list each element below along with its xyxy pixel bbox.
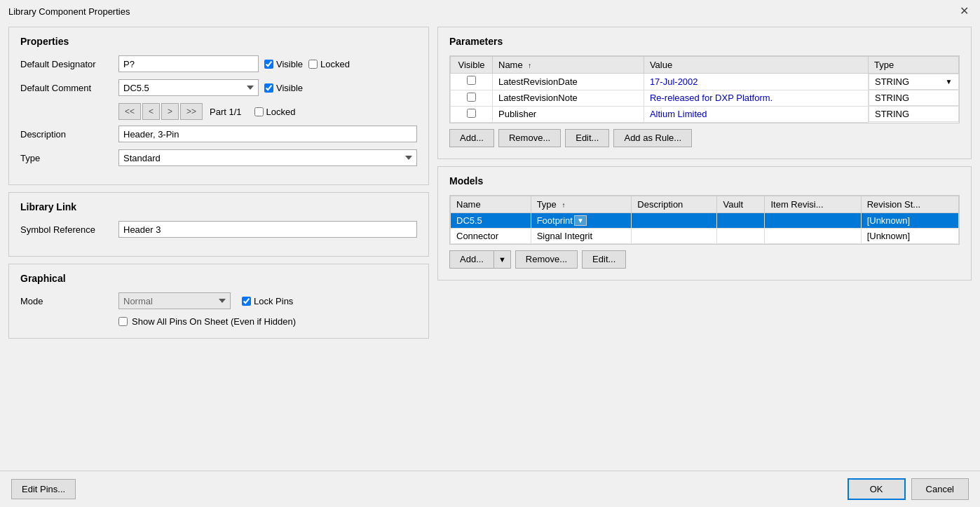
params-visible-cell[interactable]: [451, 106, 493, 122]
models-row[interactable]: ConnectorSignal Integrit[Unknown]: [451, 228, 959, 243]
lock-pins-checkbox-label[interactable]: Lock Pins: [242, 296, 293, 306]
models-add-btn-group: Add... ▼: [449, 250, 511, 269]
designator-visible-checkbox-label[interactable]: Visible: [264, 59, 303, 69]
left-panel: Properties Default Designator Visible Lo…: [8, 27, 429, 465]
part-locked-checkbox[interactable]: [254, 107, 264, 116]
right-panel: Parameters Visible Name ↑: [437, 27, 972, 465]
part-label: Part 1/1: [210, 107, 242, 117]
description-label: Description: [20, 129, 118, 140]
show-all-pins-checkbox[interactable]: [118, 317, 128, 326]
models-edit-button[interactable]: Edit...: [582, 250, 626, 269]
show-all-pins-row: Show All Pins On Sheet (Even if Hidden): [118, 316, 417, 327]
symbol-ref-label: Symbol Reference: [20, 224, 118, 235]
params-remove-button[interactable]: Remove...: [498, 129, 561, 147]
params-name-cell: LatestRevisionNote: [493, 90, 644, 106]
symbol-ref-input[interactable]: [118, 221, 417, 238]
models-type-cell: Signal Integrit: [531, 228, 632, 243]
models-section: Models Name Type ↑ De: [437, 166, 972, 280]
mode-row: Mode Normal Lock Pins: [20, 292, 417, 309]
default-comment-row: Default Comment DC5.5 Visible: [20, 79, 417, 96]
default-designator-label: Default Designator: [20, 59, 118, 69]
models-vault-cell: [717, 228, 765, 243]
models-type-value: Footprint: [537, 215, 573, 226]
cancel-button[interactable]: Cancel: [911, 478, 969, 500]
models-col-name[interactable]: Name: [451, 196, 531, 212]
models-revision-state-cell: [Unknown]: [861, 228, 958, 243]
symbol-ref-row: Symbol Reference: [20, 221, 417, 238]
params-col-type[interactable]: Type: [868, 57, 958, 74]
ok-button[interactable]: OK: [848, 478, 906, 500]
graphical-section: Graphical Mode Normal Lock Pins Show All…: [8, 264, 429, 339]
models-item-revision-cell: [765, 212, 861, 228]
params-type-cell: STRING▼: [869, 74, 959, 90]
nav-next-button[interactable]: >: [161, 103, 179, 120]
models-col-description[interactable]: Description: [632, 196, 717, 212]
bottom-right: OK Cancel: [848, 478, 969, 500]
lock-pins-checkbox[interactable]: [242, 297, 251, 306]
edit-pins-button[interactable]: Edit Pins...: [11, 479, 76, 499]
params-edit-button[interactable]: Edit...: [565, 129, 609, 147]
models-col-type[interactable]: Type ↑: [531, 196, 632, 212]
params-name-sort-icon: ↑: [528, 62, 531, 69]
models-desc-cell: [632, 212, 717, 228]
close-button[interactable]: ✕: [957, 6, 972, 17]
nav-first-button[interactable]: <<: [118, 103, 141, 120]
models-add-button[interactable]: Add...: [449, 250, 494, 269]
models-table-container: Name Type ↑ Description Vault Item Revis…: [449, 195, 960, 245]
designator-locked-checkbox[interactable]: [308, 60, 318, 69]
params-type-dropdown-icon[interactable]: ▼: [946, 78, 953, 86]
params-col-value[interactable]: Value: [644, 57, 868, 74]
nav-last-button[interactable]: >>: [180, 103, 203, 120]
title-bar: Library Component Properties ✕: [0, 0, 980, 21]
params-row: LatestRevisionDate17-Jul-2002STRING▼: [451, 74, 959, 90]
models-col-item-revision[interactable]: Item Revisi...: [765, 196, 861, 212]
params-type-cell: STRING: [869, 90, 959, 106]
params-name-cell: LatestRevisionDate: [493, 74, 644, 90]
default-designator-input[interactable]: [118, 55, 259, 72]
models-col-vault[interactable]: Vault: [717, 196, 765, 212]
main-content: Properties Default Designator Visible Lo…: [0, 21, 980, 471]
parameters-actions: Add... Remove... Edit... Add as Rule...: [449, 129, 960, 147]
models-type-dropdown-button[interactable]: ▼: [574, 215, 587, 226]
models-row[interactable]: DC5.5Footprint▼[Unknown]: [451, 212, 959, 228]
params-row: LatestRevisionNoteRe-released for DXP Pl…: [451, 90, 959, 106]
comment-visible-checkbox-label[interactable]: Visible: [264, 83, 303, 93]
navigation-row: << < > >> Part 1/1 Locked: [118, 103, 417, 120]
description-input[interactable]: [118, 126, 417, 142]
models-col-revision-state[interactable]: Revision St...: [861, 196, 958, 212]
show-all-pins-label[interactable]: Show All Pins On Sheet (Even if Hidden): [132, 316, 296, 327]
params-col-name[interactable]: Name ↑: [493, 57, 644, 74]
params-visible-cell[interactable]: [451, 74, 493, 90]
bottom-bar: Edit Pins... OK Cancel: [0, 471, 980, 507]
properties-section: Properties Default Designator Visible Lo…: [8, 27, 429, 185]
mode-select[interactable]: Normal: [118, 292, 231, 309]
models-vault-cell: [717, 212, 765, 228]
type-select[interactable]: Standard: [118, 149, 417, 166]
bottom-left: Edit Pins...: [11, 479, 76, 499]
params-row: PublisherAltium LimitedSTRING: [451, 106, 959, 122]
nav-prev-button[interactable]: <: [142, 103, 160, 120]
parameters-header-row: Visible Name ↑ Value Type: [451, 57, 959, 74]
models-type-sort-icon: ↑: [562, 201, 565, 209]
parameters-table-scroll[interactable]: Visible Name ↑ Value Type: [450, 56, 959, 123]
params-value-cell: Altium Limited: [644, 106, 868, 122]
models-name-cell: Connector: [451, 228, 531, 243]
models-desc-cell: [632, 228, 717, 243]
graphical-title: Graphical: [20, 273, 417, 284]
comment-visible-checkbox[interactable]: [264, 83, 273, 93]
params-type-cell: STRING: [869, 106, 959, 122]
models-add-dropdown-button[interactable]: ▼: [494, 250, 511, 269]
designator-visible-checkbox[interactable]: [264, 60, 273, 69]
dialog: Library Component Properties ✕ Propertie…: [0, 0, 980, 507]
params-col-visible[interactable]: Visible: [451, 57, 493, 74]
designator-locked-checkbox-label[interactable]: Locked: [308, 59, 350, 69]
models-remove-button[interactable]: Remove...: [515, 250, 578, 269]
parameters-section: Parameters Visible Name ↑: [437, 27, 972, 159]
params-visible-cell[interactable]: [451, 90, 493, 106]
part-locked-checkbox-label[interactable]: Locked: [254, 107, 296, 117]
models-table-scroll[interactable]: Name Type ↑ Description Vault Item Revis…: [450, 196, 959, 244]
params-add-rule-button[interactable]: Add as Rule...: [613, 129, 692, 147]
params-add-button[interactable]: Add...: [449, 129, 494, 147]
default-comment-select[interactable]: DC5.5: [118, 79, 259, 96]
description-row: Description: [20, 126, 417, 142]
